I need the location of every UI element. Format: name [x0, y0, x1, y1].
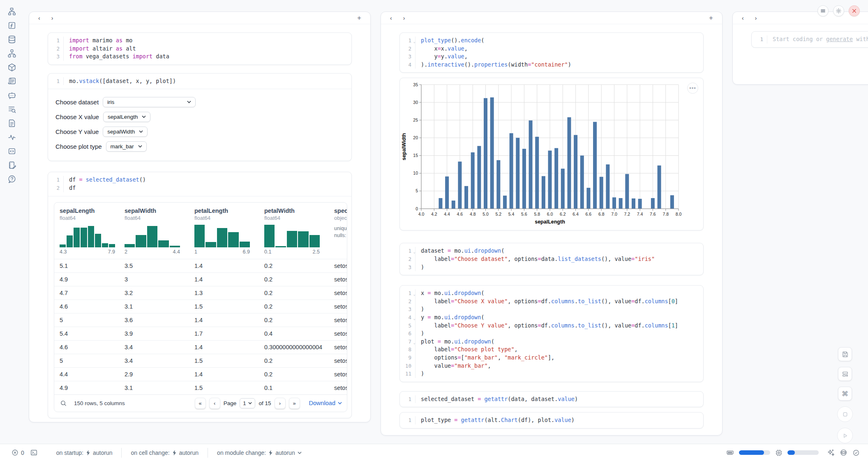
- settings-button[interactable]: [833, 5, 844, 16]
- dropdown-select[interactable]: sepalWidth: [103, 127, 148, 137]
- code-editor[interactable]: 1import marimo as mo2import altair as al…: [48, 33, 351, 65]
- download-button[interactable]: Download: [309, 400, 342, 406]
- table-row[interactable]: 5.43.91.70.4setosa: [54, 327, 347, 340]
- add-cell-button[interactable]: +: [709, 14, 713, 22]
- table-row[interactable]: 53.41.50.2setosa: [54, 354, 347, 367]
- prev-column-button[interactable]: ‹: [742, 15, 744, 21]
- next-page-button[interactable]: ›: [275, 398, 286, 409]
- column-header[interactable]: petalLengthfloat6416.9: [189, 203, 259, 259]
- code-editor[interactable]: 1mo.vstack([dataset, x, y, plot]): [48, 74, 351, 89]
- page-select[interactable]: 1: [240, 398, 255, 408]
- layout-toggle-button[interactable]: [838, 367, 852, 381]
- dropdown-select[interactable]: sepalLength: [103, 112, 151, 122]
- bar-chart[interactable]: 4.04.24.44.64.85.05.25.45.65.86.06.26.46…: [400, 78, 703, 228]
- code-editor[interactable]: 1⌄dataset = mo.ui.dropdown(2 label="Choo…: [400, 243, 703, 275]
- table-row[interactable]: 53.61.40.2setosa: [54, 313, 347, 327]
- file-explorer-icon[interactable]: [7, 7, 17, 16]
- last-page-button[interactable]: »: [289, 398, 300, 409]
- shortcuts-button[interactable]: ⌘: [838, 387, 852, 401]
- control-label: Choose plot type: [55, 143, 102, 150]
- datasources-icon[interactable]: [7, 35, 17, 44]
- code-editor[interactable]: 1Start coding or generate with AI: [752, 32, 868, 47]
- svg-text:15: 15: [413, 153, 418, 158]
- column-middle: ‹ › + 1⌄plot_type().encode(2 x=x.value,3…: [381, 12, 723, 436]
- error-counter[interactable]: 0: [12, 449, 24, 456]
- cell-xy-plot-dropdowns: 1⌄x = mo.ui.dropdown(2 label="Choose X v…: [399, 285, 704, 382]
- svg-text:4.2: 4.2: [431, 212, 437, 217]
- code-editor[interactable]: 1selected_dataset = getattr(data, datase…: [400, 392, 703, 407]
- table-row[interactable]: 5.13.51.40.2setosa: [54, 259, 347, 272]
- next-column-button[interactable]: ›: [403, 15, 405, 21]
- svg-text:4.4: 4.4: [444, 212, 450, 217]
- on-startup-setting[interactable]: on startup: autorun: [56, 449, 113, 456]
- search-icon[interactable]: [60, 400, 67, 407]
- first-page-button[interactable]: «: [195, 398, 206, 409]
- cell-vstack: 1mo.vstack([dataset, x, y, plot]) Choose…: [48, 73, 352, 161]
- scratchpad-icon[interactable]: [7, 161, 17, 170]
- middle-panel-header: ‹ › +: [381, 12, 722, 24]
- functions-icon[interactable]: [7, 21, 17, 30]
- help-icon[interactable]: [7, 175, 17, 184]
- next-column-button[interactable]: ›: [51, 15, 53, 21]
- runtime-icon[interactable]: [7, 133, 17, 142]
- separator: [208, 448, 208, 458]
- svg-text:6.4: 6.4: [573, 212, 579, 217]
- run-all-button[interactable]: [837, 428, 853, 443]
- hamburger-icon: [820, 8, 826, 14]
- prev-page-button[interactable]: ‹: [209, 398, 220, 409]
- table-body: 5.13.51.40.2setosa4.931.40.2setosa4.73.2…: [54, 259, 347, 394]
- code-editor[interactable]: 1⌄plot_type().encode(2 x=x.value,3 y=y.v…: [400, 33, 703, 72]
- control-label: Choose dataset: [55, 99, 99, 106]
- column-header[interactable]: speciesobjectunique:nulls:: [329, 203, 347, 259]
- on-cell-change-setting[interactable]: on cell change: autorun: [131, 449, 199, 456]
- code-editor[interactable]: 1⌄x = mo.ui.dropdown(2 label="Choose X v…: [400, 286, 703, 382]
- dropdown-select[interactable]: mark_bar: [106, 141, 147, 152]
- stop-button[interactable]: [837, 406, 853, 422]
- code-editor[interactable]: 1df = selected_dataset()2df: [48, 172, 351, 196]
- cpu-usage-meter[interactable]: [787, 450, 819, 455]
- code-editor[interactable]: 1plot_type = getattr(alt.Chart(df), plot…: [400, 413, 703, 428]
- cell-imports: 1import marimo as mo2import altair as al…: [48, 32, 352, 65]
- save-button[interactable]: [838, 347, 852, 361]
- copilot-icon[interactable]: [840, 449, 847, 456]
- menu-button[interactable]: [817, 5, 829, 16]
- table-row[interactable]: 4.93.11.50.1setosa: [54, 381, 347, 394]
- terminal-button[interactable]: [30, 449, 38, 456]
- column-header[interactable]: petalWidthfloat640.12.5: [259, 203, 329, 259]
- column-header[interactable]: sepalLengthfloat644.37.9: [54, 203, 119, 259]
- column-left: ‹ › + 1import marimo as mo2import altair…: [29, 12, 371, 422]
- activity-sidebar: [0, 0, 24, 444]
- connection-status-icon[interactable]: [852, 449, 860, 456]
- cell-dataframe: 1df = selected_dataset()2df sepalLengthf…: [48, 172, 352, 418]
- on-module-change-setting[interactable]: on module change: autorun: [217, 449, 302, 456]
- cell-plot-type: 1plot_type = getattr(alt.Chart(df), plot…: [399, 412, 704, 429]
- svg-text:5.6: 5.6: [521, 212, 527, 217]
- memory-usage-meter[interactable]: [739, 450, 770, 455]
- chat-icon[interactable]: [7, 91, 17, 100]
- dependency-graph-icon[interactable]: [7, 49, 17, 58]
- table-row[interactable]: 4.63.11.50.2setosa: [54, 300, 347, 313]
- svg-text:25: 25: [413, 118, 418, 122]
- table-row[interactable]: 4.73.21.30.2setosa: [54, 286, 347, 300]
- tracebacks-icon[interactable]: [7, 105, 17, 114]
- svg-text:7.6: 7.6: [650, 212, 656, 217]
- table-row[interactable]: 4.931.40.2setosa: [54, 272, 347, 286]
- column-header[interactable]: sepalWidthfloat6424.4: [119, 203, 189, 259]
- close-panel-button[interactable]: [849, 5, 860, 16]
- svg-text:4.6: 4.6: [457, 212, 463, 217]
- next-column-button[interactable]: ›: [755, 15, 757, 21]
- logs-icon[interactable]: [7, 77, 17, 86]
- packages-icon[interactable]: [7, 63, 17, 72]
- dropdown-select[interactable]: iris: [103, 97, 196, 107]
- ai-sparkles-icon[interactable]: [827, 449, 835, 456]
- prev-column-button[interactable]: ‹: [390, 15, 392, 21]
- snippets-icon[interactable]: [7, 147, 17, 156]
- add-cell-button[interactable]: +: [357, 14, 361, 22]
- prev-column-button[interactable]: ‹: [38, 15, 40, 21]
- svg-text:7.8: 7.8: [663, 212, 669, 217]
- table-row[interactable]: 4.42.91.40.2setosa: [54, 367, 347, 381]
- table-row[interactable]: 4.63.41.40.3000000000000004setosa: [54, 340, 347, 354]
- memory-icon: [726, 449, 734, 456]
- altair-chart-output[interactable]: 4.04.24.44.64.85.05.25.45.65.86.06.26.46…: [399, 78, 704, 230]
- documentation-icon[interactable]: [7, 119, 17, 128]
